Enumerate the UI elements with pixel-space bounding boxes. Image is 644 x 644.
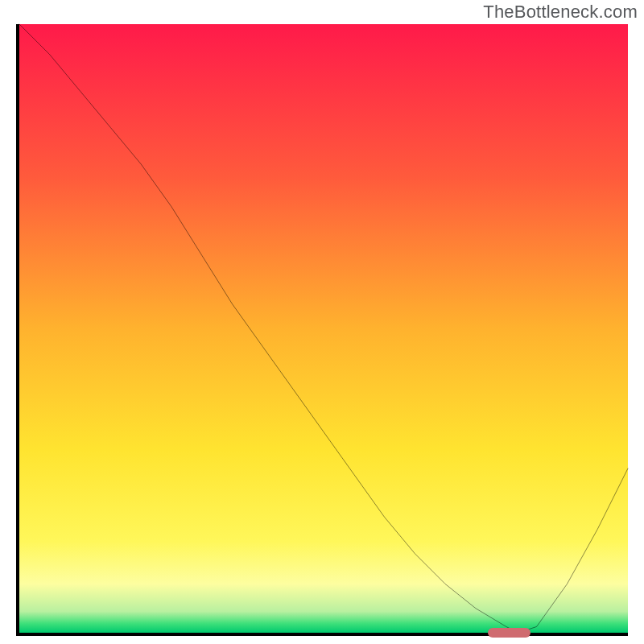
watermark-text: TheBottleneck.com (483, 2, 638, 23)
plot-area (19, 24, 628, 633)
highlight-marker (488, 628, 530, 638)
chart-curve (19, 24, 628, 633)
plot-frame (16, 24, 628, 636)
